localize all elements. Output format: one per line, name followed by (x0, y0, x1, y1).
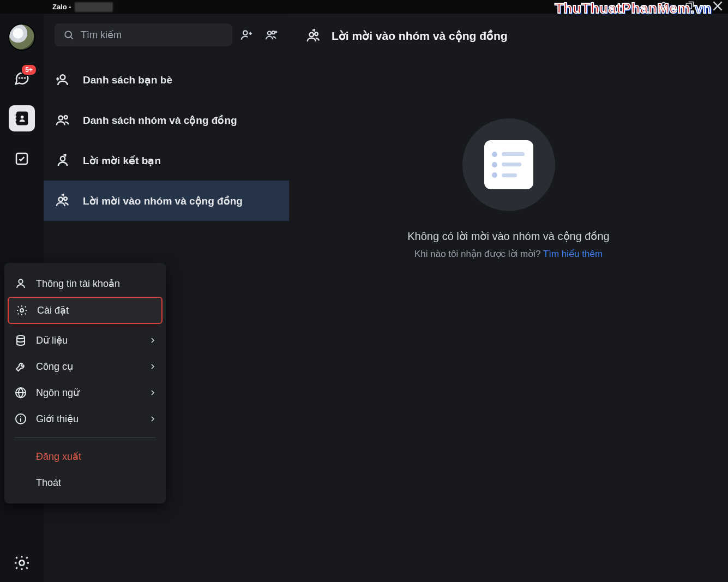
empty-sub-prefix: Khi nào tôi nhận được lời mời? (414, 249, 543, 259)
svg-point-16 (310, 33, 314, 37)
svg-point-13 (61, 157, 65, 161)
user-icon (14, 277, 27, 290)
menu-exit[interactable]: Thoát (4, 470, 166, 496)
svg-point-19 (20, 309, 23, 312)
empty-illustration (462, 118, 555, 211)
sidebar-item-friends[interactable]: Danh sách bạn bè (44, 59, 289, 100)
watermark-text-1: ThuThuatPhanMem (555, 0, 690, 16)
chevron-right-icon (148, 415, 157, 423)
avatar[interactable] (8, 23, 35, 51)
main-content: Lời mời vào nhóm và cộng đồng Không có l… (289, 14, 728, 582)
svg-point-20 (17, 335, 25, 339)
menu-language[interactable]: Ngôn ngữ (4, 380, 166, 406)
search-input[interactable]: Tìm kiếm (55, 23, 232, 46)
svg-point-18 (19, 279, 22, 283)
menu-label: Công cụ (36, 361, 73, 373)
sidebar-item-label: Lời mời kết bạn (83, 154, 161, 167)
menu-data[interactable]: Dữ liệu (4, 327, 166, 353)
nav-settings-button[interactable] (0, 554, 44, 572)
svg-point-10 (61, 75, 65, 80)
close-icon[interactable] (711, 0, 725, 15)
search-row: Tìm kiếm (44, 14, 289, 56)
redacted-username (75, 2, 113, 12)
chat-badge: 5+ (21, 64, 37, 76)
sidebar-item-label: Danh sách nhóm và cộng đồng (83, 114, 237, 127)
menu-logout[interactable]: Đăng xuất (4, 443, 166, 470)
info-icon (14, 412, 27, 425)
menu-about[interactable]: Giới thiệu (4, 406, 166, 432)
svg-point-12 (64, 116, 68, 119)
menu-label: Dữ liệu (36, 334, 68, 346)
gear-icon (15, 304, 28, 317)
svg-point-5 (19, 560, 24, 565)
menu-label: Ngôn ngữ (36, 387, 79, 399)
contact-lists: Danh sách bạn bè Danh sách nhóm và cộng … (44, 59, 289, 221)
menu-label: Giới thiệu (36, 413, 79, 425)
svg-point-8 (268, 32, 272, 35)
friend-request-icon (55, 152, 71, 169)
settings-menu: Thông tin tài khoản Cài đặt Dữ liệu Công… (4, 263, 166, 503)
menu-tools[interactable]: Công cụ (4, 353, 166, 380)
sidebar-item-friend-requests[interactable]: Lời mời kết bạn (44, 140, 289, 181)
nav-chat[interactable]: 5+ (9, 65, 35, 91)
empty-state: Không có lời mời vào nhóm và cộng đồng K… (289, 58, 728, 582)
svg-point-14 (59, 197, 63, 202)
menu-label: Thông tin tài khoản (36, 278, 120, 290)
menu-label: Đăng xuất (36, 451, 81, 463)
search-icon (63, 29, 74, 40)
create-group-button[interactable] (261, 24, 282, 46)
sidebar-item-groups[interactable]: Danh sách nhóm và cộng đồng (44, 100, 289, 140)
learn-more-link[interactable]: Tìm hiểu thêm (543, 249, 603, 259)
menu-account-info[interactable]: Thông tin tài khoản (4, 271, 166, 297)
wrench-icon (14, 360, 27, 373)
empty-title: Không có lời mời vào nhóm và cộng đồng (407, 230, 609, 243)
menu-label: Thoát (36, 477, 61, 489)
svg-point-9 (272, 31, 275, 34)
sidebar-item-group-invites[interactable]: Lời mời vào nhóm và cộng đồng (44, 181, 289, 221)
group-invite-icon (305, 28, 322, 44)
globe-icon (14, 386, 27, 399)
sidebar-item-label: Danh sách bạn bè (83, 74, 172, 86)
nav-contacts[interactable] (9, 105, 35, 131)
svg-point-17 (315, 32, 318, 35)
svg-point-3 (21, 116, 24, 119)
chevron-right-icon (148, 336, 157, 345)
search-placeholder: Tìm kiếm (81, 29, 122, 41)
chevron-right-icon (148, 362, 157, 371)
watermark-text-2: .vn (690, 0, 712, 16)
watermark: ThuThuatPhanMem.vn (555, 0, 712, 17)
menu-label: Cài đặt (37, 304, 69, 316)
add-friend-button[interactable] (236, 24, 257, 46)
menu-settings[interactable]: Cài đặt (8, 297, 163, 324)
svg-point-15 (64, 197, 67, 200)
svg-point-7 (243, 31, 248, 35)
title-bar: Zalo - ThuThuatPhanMem.vn (0, 0, 728, 14)
app-title: Zalo - (52, 3, 71, 11)
groups-icon (55, 112, 71, 128)
friends-icon (55, 71, 71, 88)
chevron-right-icon (148, 388, 157, 397)
main-header: Lời mời vào nhóm và cộng đồng (289, 14, 728, 58)
sidebar-item-label: Lời mời vào nhóm và cộng đồng (83, 195, 243, 207)
svg-point-6 (65, 31, 71, 38)
svg-point-11 (59, 116, 63, 121)
group-invite-icon (55, 193, 71, 209)
nav-todo[interactable] (9, 146, 35, 172)
empty-subtext: Khi nào tôi nhận được lời mời? Tìm hiểu … (414, 248, 603, 260)
database-icon (14, 334, 27, 347)
page-title: Lời mời vào nhóm và cộng đồng (332, 29, 508, 43)
menu-separator (14, 437, 156, 438)
